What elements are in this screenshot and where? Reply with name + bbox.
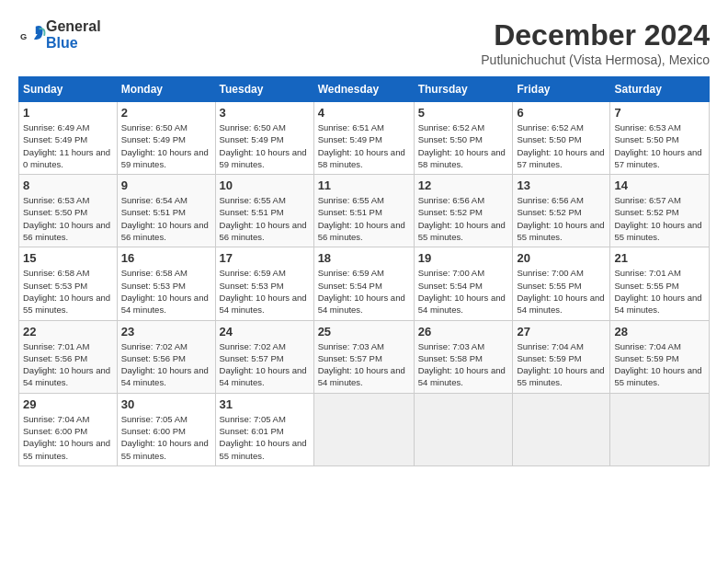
col-wednesday: Wednesday: [313, 77, 414, 102]
day-detail: Sunrise: 7:01 AM Sunset: 5:56 PM Dayligh…: [23, 340, 113, 389]
day-detail: Sunrise: 6:58 AM Sunset: 5:53 PM Dayligh…: [121, 267, 211, 316]
calendar-table: Sunday Monday Tuesday Wednesday Thursday…: [18, 76, 710, 466]
calendar-cell: 26 Sunrise: 7:03 AM Sunset: 5:58 PM Dayl…: [414, 320, 513, 393]
logo-general: General: [46, 18, 101, 34]
logo-blue: Blue: [46, 35, 78, 51]
calendar-cell: 8 Sunrise: 6:53 AM Sunset: 5:50 PM Dayli…: [19, 175, 118, 247]
day-detail: Sunrise: 7:04 AM Sunset: 5:59 PM Dayligh…: [614, 340, 705, 389]
day-detail: Sunrise: 6:52 AM Sunset: 5:50 PM Dayligh…: [418, 121, 509, 170]
day-detail: Sunrise: 7:05 AM Sunset: 6:01 PM Dayligh…: [220, 413, 310, 462]
svg-text:G: G: [20, 32, 27, 41]
day-detail: Sunrise: 7:02 AM Sunset: 5:56 PM Dayligh…: [121, 340, 211, 389]
day-number: 14: [614, 178, 705, 192]
day-number: 27: [517, 325, 606, 339]
col-monday: Monday: [117, 77, 215, 102]
title-section: December 2024 Putlunichuchut (Vista Herm…: [481, 18, 710, 67]
day-detail: Sunrise: 6:53 AM Sunset: 5:50 PM Dayligh…: [614, 121, 705, 170]
day-detail: Sunrise: 6:51 AM Sunset: 5:49 PM Dayligh…: [318, 121, 410, 170]
calendar-cell: 6 Sunrise: 6:52 AM Sunset: 5:50 PM Dayli…: [513, 102, 610, 175]
day-number: 3: [220, 106, 310, 120]
week-row-3: 15 Sunrise: 6:58 AM Sunset: 5:53 PM Dayl…: [19, 247, 710, 320]
day-number: 23: [121, 325, 211, 339]
calendar-cell: 19 Sunrise: 7:00 AM Sunset: 5:54 PM Dayl…: [414, 247, 513, 320]
calendar-cell: 16 Sunrise: 6:58 AM Sunset: 5:53 PM Dayl…: [117, 247, 215, 320]
calendar-cell: 24 Sunrise: 7:02 AM Sunset: 5:57 PM Dayl…: [215, 320, 313, 393]
day-number: 1: [23, 106, 113, 120]
week-row-4: 22 Sunrise: 7:01 AM Sunset: 5:56 PM Dayl…: [19, 320, 710, 393]
day-number: 13: [517, 178, 606, 192]
day-detail: Sunrise: 6:55 AM Sunset: 5:51 PM Dayligh…: [220, 194, 310, 243]
calendar-cell: 9 Sunrise: 6:54 AM Sunset: 5:51 PM Dayli…: [117, 175, 215, 247]
calendar-cell: 25 Sunrise: 7:03 AM Sunset: 5:57 PM Dayl…: [313, 320, 414, 393]
col-friday: Friday: [513, 77, 610, 102]
calendar-cell: 10 Sunrise: 6:55 AM Sunset: 5:51 PM Dayl…: [215, 175, 313, 247]
day-detail: Sunrise: 6:54 AM Sunset: 5:51 PM Dayligh…: [121, 194, 211, 243]
day-number: 5: [418, 106, 509, 120]
week-row-5: 29 Sunrise: 7:04 AM Sunset: 6:00 PM Dayl…: [19, 393, 710, 465]
calendar-cell: 27 Sunrise: 7:04 AM Sunset: 5:59 PM Dayl…: [513, 320, 610, 393]
calendar-cell: [513, 393, 610, 465]
calendar-cell: 3 Sunrise: 6:50 AM Sunset: 5:49 PM Dayli…: [215, 102, 313, 175]
day-detail: Sunrise: 6:55 AM Sunset: 5:51 PM Dayligh…: [318, 194, 410, 243]
week-row-2: 8 Sunrise: 6:53 AM Sunset: 5:50 PM Dayli…: [19, 175, 710, 247]
day-detail: Sunrise: 6:58 AM Sunset: 5:53 PM Dayligh…: [23, 267, 113, 316]
day-number: 31: [220, 397, 310, 411]
calendar-cell: 18 Sunrise: 6:59 AM Sunset: 5:54 PM Dayl…: [313, 247, 414, 320]
calendar-subtitle: Putlunichuchut (Vista Hermosa), Mexico: [481, 52, 710, 67]
col-thursday: Thursday: [414, 77, 513, 102]
logo: G General Blue: [18, 18, 101, 52]
day-number: 17: [220, 251, 310, 265]
day-detail: Sunrise: 7:04 AM Sunset: 6:00 PM Dayligh…: [23, 413, 113, 462]
day-detail: Sunrise: 7:02 AM Sunset: 5:57 PM Dayligh…: [220, 340, 310, 389]
day-number: 6: [517, 106, 606, 120]
calendar-cell: 23 Sunrise: 7:02 AM Sunset: 5:56 PM Dayl…: [117, 320, 215, 393]
header-row: Sunday Monday Tuesday Wednesday Thursday…: [19, 77, 710, 102]
col-saturday: Saturday: [610, 77, 710, 102]
calendar-cell: 20 Sunrise: 7:00 AM Sunset: 5:55 PM Dayl…: [513, 247, 610, 320]
calendar-cell: 17 Sunrise: 6:59 AM Sunset: 5:53 PM Dayl…: [215, 247, 313, 320]
day-detail: Sunrise: 6:56 AM Sunset: 5:52 PM Dayligh…: [418, 194, 509, 243]
day-detail: Sunrise: 7:04 AM Sunset: 5:59 PM Dayligh…: [517, 340, 606, 389]
day-detail: Sunrise: 7:03 AM Sunset: 5:58 PM Dayligh…: [418, 340, 509, 389]
day-detail: Sunrise: 6:56 AM Sunset: 5:52 PM Dayligh…: [517, 194, 606, 243]
day-detail: Sunrise: 7:03 AM Sunset: 5:57 PM Dayligh…: [318, 340, 410, 389]
calendar-cell: 11 Sunrise: 6:55 AM Sunset: 5:51 PM Dayl…: [313, 175, 414, 247]
calendar-cell: 29 Sunrise: 7:04 AM Sunset: 6:00 PM Dayl…: [19, 393, 118, 465]
calendar-cell: 13 Sunrise: 6:56 AM Sunset: 5:52 PM Dayl…: [513, 175, 610, 247]
day-number: 20: [517, 251, 606, 265]
day-detail: Sunrise: 6:49 AM Sunset: 5:49 PM Dayligh…: [23, 121, 113, 170]
day-number: 4: [318, 106, 410, 120]
day-number: 19: [418, 251, 509, 265]
day-detail: Sunrise: 6:50 AM Sunset: 5:49 PM Dayligh…: [121, 121, 211, 170]
calendar-cell: [313, 393, 414, 465]
day-number: 24: [220, 325, 310, 339]
day-number: 10: [220, 178, 310, 192]
day-detail: Sunrise: 6:52 AM Sunset: 5:50 PM Dayligh…: [517, 121, 606, 170]
calendar-cell: 5 Sunrise: 6:52 AM Sunset: 5:50 PM Dayli…: [414, 102, 513, 175]
day-number: 21: [614, 251, 705, 265]
calendar-cell: 28 Sunrise: 7:04 AM Sunset: 5:59 PM Dayl…: [610, 320, 710, 393]
day-number: 22: [23, 325, 113, 339]
day-number: 25: [318, 325, 410, 339]
day-number: 26: [418, 325, 509, 339]
day-number: 30: [121, 397, 211, 411]
day-number: 2: [121, 106, 211, 120]
day-number: 11: [318, 178, 410, 192]
day-detail: Sunrise: 7:01 AM Sunset: 5:55 PM Dayligh…: [614, 267, 705, 316]
day-detail: Sunrise: 6:53 AM Sunset: 5:50 PM Dayligh…: [23, 194, 113, 243]
day-detail: Sunrise: 7:05 AM Sunset: 6:00 PM Dayligh…: [121, 413, 211, 462]
day-number: 16: [121, 251, 211, 265]
calendar-title: December 2024: [481, 18, 710, 52]
day-detail: Sunrise: 6:57 AM Sunset: 5:52 PM Dayligh…: [614, 194, 705, 243]
header: G General Blue December 2024 Putlunichuc…: [18, 18, 710, 67]
calendar-cell: 4 Sunrise: 6:51 AM Sunset: 5:49 PM Dayli…: [313, 102, 414, 175]
day-detail: Sunrise: 7:00 AM Sunset: 5:55 PM Dayligh…: [517, 267, 606, 316]
day-number: 28: [614, 325, 705, 339]
day-detail: Sunrise: 6:50 AM Sunset: 5:49 PM Dayligh…: [220, 121, 310, 170]
calendar-cell: 22 Sunrise: 7:01 AM Sunset: 5:56 PM Dayl…: [19, 320, 118, 393]
calendar-cell: [414, 393, 513, 465]
calendar-cell: 21 Sunrise: 7:01 AM Sunset: 5:55 PM Dayl…: [610, 247, 710, 320]
calendar-cell: [610, 393, 710, 465]
day-number: 18: [318, 251, 410, 265]
calendar-cell: 14 Sunrise: 6:57 AM Sunset: 5:52 PM Dayl…: [610, 175, 710, 247]
